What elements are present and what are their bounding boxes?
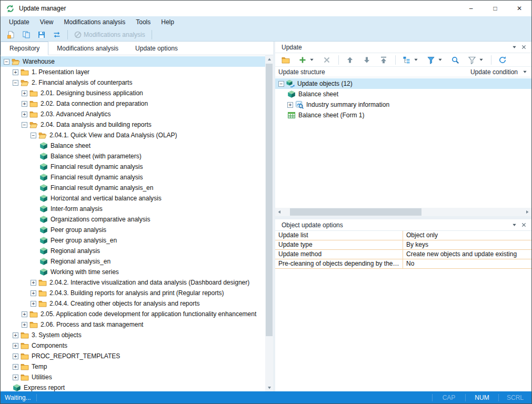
tree-item-components[interactable]: +Components	[1, 340, 265, 351]
tree-item-express-report[interactable]: Express report	[1, 382, 265, 391]
menu-view[interactable]: View	[35, 16, 59, 28]
move-to-top-button[interactable]	[377, 54, 390, 66]
tree-item-update-objects-12[interactable]: −Update objects (12)	[275, 78, 531, 89]
expand-icon[interactable]: +	[13, 364, 18, 370]
tree-item-warehouse[interactable]: −Warehouse	[1, 56, 265, 67]
filter-button[interactable]	[425, 54, 445, 66]
update-condition-caret-icon[interactable]	[520, 67, 529, 77]
expand-icon[interactable]: +	[287, 102, 293, 108]
tree-item-peer-group-analysis-en[interactable]: Peer group analysis_en	[1, 235, 265, 246]
property-row-pre-cleaning-of-objects-depending-by-the-c[interactable]: Pre-cleaning of objects depending by the…	[275, 259, 531, 269]
property-value[interactable]: By keys	[403, 240, 531, 249]
tree-item-financial-result-dynamic-analysis-en[interactable]: Financial result dynamic analysis_en	[1, 183, 265, 193]
expand-icon[interactable]: +	[31, 280, 36, 286]
tree-item-3-system-objects[interactable]: +3. System objects	[1, 330, 265, 340]
dropdown-caret-icon[interactable]	[438, 57, 443, 62]
copy-button[interactable]	[20, 29, 33, 41]
tree-item-regional-analysis[interactable]: Regional analysis	[1, 246, 265, 256]
tab-modifications-analysis[interactable]: Modifications analysis	[48, 42, 127, 55]
tree-item-balance-sheet[interactable]: Balance sheet	[1, 140, 265, 151]
tree-item-2-02-data-connection-and-preparation[interactable]: +2.02. Data connection and preparation	[1, 98, 265, 109]
property-row-update-method[interactable]: Update methodCreate new objects and upda…	[275, 250, 531, 259]
tree-item-working-with-time-series[interactable]: Working with time series	[1, 267, 265, 277]
expand-icon[interactable]: +	[22, 322, 27, 328]
scroll-down-icon[interactable]	[265, 383, 273, 391]
expand-icon[interactable]: +	[13, 343, 18, 349]
expand-icon[interactable]: +	[13, 69, 18, 75]
tree-item-temp[interactable]: +Temp	[1, 361, 265, 372]
update-condition-header[interactable]: Update condition	[470, 68, 518, 76]
tree-item-2-04-4-creating-other-objects-for-analysis[interactable]: +2.04.4. Creating other objects for anal…	[1, 298, 265, 309]
pane-close-icon[interactable]	[519, 220, 528, 230]
tree-item-balance-sheet-with-parameters[interactable]: Balance sheet (with parameters)	[1, 151, 265, 161]
dropdown-caret-icon[interactable]	[414, 57, 418, 62]
property-row-update-type[interactable]: Update typeBy keys	[275, 240, 531, 250]
tree-item-organizations-comparative-analysis[interactable]: Organizations comparative analysis	[1, 214, 265, 225]
tree-item-2-06-process-and-task-management[interactable]: +2.06. Process and task management	[1, 319, 265, 330]
expand-icon[interactable]: +	[13, 375, 18, 380]
collapse-icon[interactable]: −	[4, 59, 9, 65]
tree-item-proc-report-templates[interactable]: +PROC_REPORT_TEMPLATES	[1, 351, 265, 361]
scrollbar-track[interactable]	[265, 63, 273, 383]
collapse-icon[interactable]: −	[13, 80, 18, 86]
tree-item-2-04-3-building-reports-for-analysis-and-p[interactable]: +2.04.3. Building reports for analysis a…	[1, 288, 265, 298]
tree-item-2-04-1-quick-view-and-data-analysis-olap[interactable]: −2.04.1. Quick View and Data Analysis (O…	[1, 130, 265, 140]
sync-button[interactable]	[51, 29, 63, 41]
tree-item-2-03-advanced-analytics[interactable]: +2.03. Advanced Analytics	[1, 109, 265, 119]
expand-icon[interactable]: +	[22, 90, 27, 96]
tree-item-regional-analysis-en[interactable]: Regional analysis_en	[1, 256, 265, 267]
maximize-button[interactable]: □	[483, 1, 507, 16]
tree-item-utilities[interactable]: +Utilities	[1, 372, 265, 382]
tree-item-1-presentation-layer[interactable]: +1. Presentation layer	[1, 67, 265, 77]
tab-repository[interactable]: Repository	[1, 42, 48, 55]
tree-item-financial-result-dynamic-analysis[interactable]: Financial result dynamic analysis	[1, 161, 265, 172]
expand-icon[interactable]: +	[22, 112, 27, 117]
tab-update-options[interactable]: Update options	[127, 42, 186, 55]
filter-condition-button[interactable]	[466, 54, 486, 66]
expand-icon[interactable]: +	[22, 101, 27, 107]
expand-icon[interactable]: +	[31, 301, 36, 307]
search-button[interactable]	[449, 54, 461, 66]
property-value[interactable]: Create new objects and update existing	[403, 250, 531, 259]
tree-item-horizontal-and-vertical-balance-analysis[interactable]: Horizontal and vertical balance analysis	[1, 193, 265, 204]
tree-item-peer-group-analysis[interactable]: Peer group analysis	[1, 225, 265, 235]
collapse-icon[interactable]: −	[22, 122, 27, 128]
pane-menu-caret-icon[interactable]	[509, 43, 519, 52]
folder-button[interactable]	[279, 54, 292, 66]
tree-item-balance-sheet-form-1[interactable]: Balance sheet (Form 1)	[275, 110, 531, 120]
remove-object-button[interactable]	[320, 54, 333, 66]
refresh-button[interactable]	[496, 54, 509, 66]
tree-item-2-04-2-interactive-visualization-and-data-[interactable]: +2.04.2. Interactive visualization and d…	[1, 277, 265, 288]
scroll-left-icon[interactable]	[275, 208, 284, 216]
scroll-up-icon[interactable]	[265, 55, 273, 63]
tree-item-inter-form-analysis[interactable]: Inter-form analysis	[1, 204, 265, 214]
property-value[interactable]: No	[403, 259, 531, 268]
add-object-button[interactable]	[296, 54, 316, 66]
save-button[interactable]	[35, 29, 48, 41]
property-row-update-list[interactable]: Update listObject only	[275, 231, 531, 240]
group-view-button[interactable]	[400, 54, 420, 66]
collapse-icon[interactable]: −	[31, 133, 36, 138]
vertical-scrollbar[interactable]	[265, 55, 273, 391]
tree-item-2-01-designing-business-application[interactable]: +2.01. Designing business application	[1, 88, 265, 98]
create-update-button[interactable]	[5, 29, 17, 41]
close-button[interactable]: ✕	[507, 1, 531, 16]
pane-menu-caret-icon[interactable]	[509, 220, 519, 230]
scrollbar-track[interactable]	[284, 208, 523, 216]
tree-item-2-05-application-code-development-for-appl[interactable]: +2.05. Application code development for …	[1, 309, 265, 319]
menu-tools[interactable]: Tools	[131, 16, 156, 28]
minimize-button[interactable]: –	[459, 1, 483, 16]
menu-help[interactable]: Help	[156, 16, 179, 28]
horizontal-scrollbar[interactable]	[275, 208, 531, 216]
tree-item-2-financial-analysis-of-counterparts[interactable]: −2. Financial analysis of counterparts	[1, 77, 265, 88]
collapse-icon[interactable]: −	[278, 81, 284, 87]
expand-icon[interactable]: +	[31, 290, 36, 296]
tree-item-2-04-data-analysis-and-building-reports[interactable]: −2.04. Data analysis and building report…	[1, 119, 265, 130]
expand-icon[interactable]: +	[22, 311, 27, 317]
expand-icon[interactable]: +	[13, 332, 18, 338]
dropdown-caret-icon[interactable]	[309, 57, 314, 62]
dropdown-caret-icon[interactable]	[479, 57, 484, 62]
move-up-button[interactable]	[344, 54, 356, 66]
tree-item-industry-summary-information[interactable]: +Industry summary information	[275, 99, 531, 110]
scrollbar-thumb[interactable]	[290, 208, 421, 216]
